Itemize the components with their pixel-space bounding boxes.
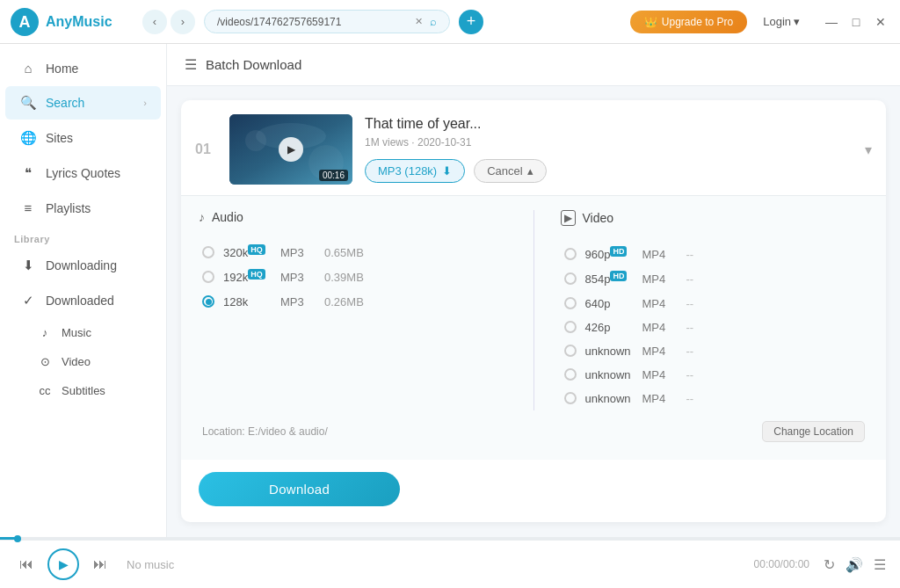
sidebar-item-search[interactable]: 🔍 Search ›: [5, 86, 161, 120]
next-button[interactable]: ⏭: [88, 552, 112, 577]
player-right-controls: ↻ 🔊 ☰: [824, 556, 886, 573]
prev-button[interactable]: ⏮: [14, 552, 39, 577]
upgrade-label: Upgrade to Pro: [662, 16, 733, 28]
format-row-unknown2[interactable]: unknown MP4 --: [561, 363, 869, 387]
video-thumbnail[interactable]: ▶ 00:16: [229, 114, 352, 185]
dash-854p: --: [686, 272, 694, 286]
maximize-button[interactable]: □: [847, 13, 865, 31]
time-display: 00:00/00:00: [754, 558, 809, 570]
dash-unknown1: --: [686, 345, 694, 358]
format-row-854p[interactable]: 854pHD MP4 --: [561, 266, 869, 291]
format-row-426p[interactable]: 426p MP4 --: [561, 316, 869, 339]
ext-unknown2: MP4: [642, 368, 678, 381]
sidebar-item-home[interactable]: ⌂ Home: [5, 52, 161, 84]
format-row-128k[interactable]: 128k MP3 0.26MB: [199, 290, 507, 314]
format-radio-192k[interactable]: [202, 271, 214, 283]
queue-button[interactable]: ☰: [874, 556, 886, 573]
format-radio-640p[interactable]: [564, 297, 577, 309]
format-row-960p[interactable]: 960pHD MP4 --: [561, 242, 869, 266]
format-row-192k[interactable]: 192kHQ MP3 0.39MB: [199, 265, 507, 289]
location-text: Location: E:/video & audio/: [202, 425, 328, 438]
ext-426p: MP4: [642, 321, 678, 334]
ext-640p: MP4: [642, 297, 678, 310]
nav-buttons: ‹ ›: [142, 10, 195, 34]
upgrade-button[interactable]: 👑 Upgrade to Pro: [630, 11, 747, 33]
video-stats: 1M views · 2020-10-31: [365, 136, 853, 149]
format-radio-128k[interactable]: [202, 295, 214, 308]
format-label: MP3 (128k): [378, 164, 437, 178]
video-column: ▶ Video 960pHD MP4 --: [561, 210, 869, 410]
video-title: That time of year...: [365, 116, 853, 132]
sidebar-item-downloaded-label: Downloaded: [46, 294, 114, 308]
playlists-icon: ≡: [19, 200, 37, 215]
library-section-label: Library: [0, 225, 166, 248]
bottom-player: ⏮ ▶ ⏭ No music 00:00/00:00 ↻ 🔊 ☰: [0, 540, 900, 588]
format-row-unknown3[interactable]: unknown MP4 --: [561, 387, 869, 410]
url-close-icon[interactable]: ✕: [415, 16, 423, 27]
format-divider: [533, 210, 534, 410]
format-row-320k[interactable]: 320kHQ MP3 0.65MB: [199, 240, 507, 265]
dash-640p: --: [686, 297, 694, 310]
size-128k: 0.26MB: [324, 295, 373, 309]
player-controls: ⏮ ▶ ⏭: [14, 548, 112, 580]
download-button[interactable]: Download: [199, 472, 400, 506]
play-button[interactable]: ▶: [47, 548, 79, 580]
sidebar-item-music[interactable]: ♪ Music: [5, 319, 161, 346]
back-button[interactable]: ‹: [142, 10, 167, 34]
sites-icon: 🌐: [19, 130, 37, 146]
video-number: 01: [195, 142, 217, 157]
format-row-unknown1[interactable]: unknown MP4 --: [561, 339, 869, 363]
quality-unknown2: unknown: [585, 368, 634, 381]
sidebar-item-playlists-label: Playlists: [46, 201, 91, 215]
ext-192k: MP3: [280, 271, 316, 284]
repeat-button[interactable]: ↻: [824, 556, 835, 573]
change-location-button[interactable]: Change Location: [762, 421, 865, 442]
quality-854p: 854pHD: [585, 272, 634, 286]
quality-192k: 192kHQ: [223, 270, 272, 284]
content-area: ☰ Batch Download 01: [167, 44, 900, 537]
login-button[interactable]: Login ▾: [756, 10, 807, 33]
sidebar-item-playlists[interactable]: ≡ Playlists: [5, 192, 161, 224]
dash-unknown3: --: [686, 392, 694, 405]
sidebar-item-sites[interactable]: 🌐 Sites: [5, 121, 161, 155]
format-radio-426p[interactable]: [564, 321, 577, 333]
format-radio-unknown2[interactable]: [564, 368, 577, 381]
format-radio-960p[interactable]: [564, 248, 577, 260]
quality-unknown1: unknown: [585, 345, 634, 358]
video-icon: ⊙: [37, 355, 53, 368]
url-bar[interactable]: /videos/174762757659171 ✕ ⌕: [204, 10, 450, 33]
sidebar-item-downloading-label: Downloading: [46, 258, 117, 272]
format-radio-unknown3[interactable]: [564, 392, 577, 404]
sidebar-item-subtitles[interactable]: cc Subtitles: [5, 377, 161, 404]
format-select-button[interactable]: MP3 (128k) ⬇: [365, 159, 465, 183]
format-row-640p[interactable]: 640p MP4 --: [561, 292, 869, 316]
audio-column: ♪ Audio 320kHQ MP3 0.65MB: [199, 210, 507, 410]
format-radio-unknown1[interactable]: [564, 345, 577, 357]
url-search-icon[interactable]: ⌕: [430, 15, 437, 28]
progress-bar-track[interactable]: [0, 537, 900, 540]
ext-320k: MP3: [280, 246, 316, 259]
format-radio-854p[interactable]: [564, 272, 577, 285]
sidebar-item-video[interactable]: ⊙ Video: [5, 348, 161, 375]
thumb-play-icon: ▶: [279, 137, 303, 162]
sidebar-item-downloaded[interactable]: ✓ Downloaded: [5, 284, 161, 317]
add-tab-button[interactable]: +: [459, 10, 483, 34]
cancel-button[interactable]: Cancel ▴: [474, 159, 546, 183]
window-controls: — □ ✕: [823, 13, 889, 31]
batch-download-header: ☰ Batch Download: [167, 44, 900, 86]
sidebar-item-home-label: Home: [46, 62, 78, 76]
minimize-button[interactable]: —: [823, 13, 840, 31]
video-col-icon: ▶: [561, 210, 576, 226]
expand-icon[interactable]: ▾: [865, 142, 872, 158]
close-window-button[interactable]: ✕: [872, 13, 889, 31]
cancel-chevron-icon: ▴: [527, 164, 533, 178]
forward-button[interactable]: ›: [171, 10, 195, 34]
home-icon: ⌂: [19, 61, 37, 76]
dash-unknown2: --: [686, 368, 694, 381]
sidebar-item-downloading[interactable]: ⬇ Downloading: [5, 249, 161, 282]
ext-854p: MP4: [642, 272, 678, 286]
cancel-label: Cancel: [487, 164, 522, 178]
format-radio-320k[interactable]: [202, 246, 214, 258]
sidebar-item-lyrics[interactable]: ❝ Lyrics Quotes: [5, 156, 161, 190]
volume-button[interactable]: 🔊: [846, 556, 863, 573]
